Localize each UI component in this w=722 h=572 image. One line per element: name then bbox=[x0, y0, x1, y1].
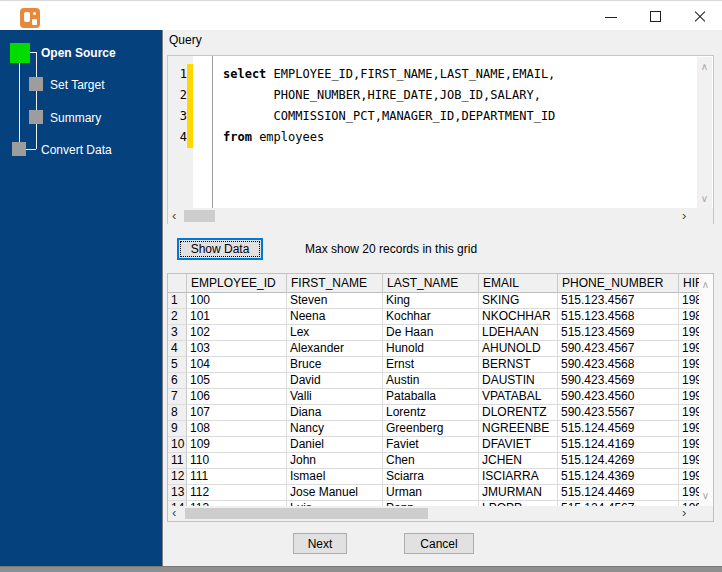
first-name-cell[interactable]: Daniel bbox=[287, 437, 383, 453]
employee-id-cell[interactable]: 106 bbox=[187, 389, 287, 405]
scroll-right-icon[interactable]: › bbox=[682, 209, 686, 223]
first-name-cell[interactable]: Nancy bbox=[287, 421, 383, 437]
editor-vertical-scrollbar[interactable]: ∧ ∨ bbox=[697, 57, 712, 208]
scroll-left-icon[interactable]: ‹ bbox=[172, 506, 176, 520]
hire-date-cell[interactable]: 1997 bbox=[679, 453, 701, 469]
phone-number-cell[interactable]: 590.423.4567 bbox=[558, 341, 679, 357]
sql-editor[interactable]: 1 2 3 4 select EMPLOYEE_ID,FIRST_NAME,LA… bbox=[167, 55, 714, 224]
employee-id-cell[interactable]: 109 bbox=[187, 437, 287, 453]
employee-id-cell[interactable]: 102 bbox=[187, 325, 287, 341]
grid-header-phone-number[interactable]: PHONE_NUMBER bbox=[558, 274, 679, 293]
hire-date-cell[interactable]: 1987 bbox=[679, 293, 701, 309]
cancel-button[interactable]: Cancel bbox=[404, 533, 474, 554]
first-name-cell[interactable]: Neena bbox=[287, 309, 383, 325]
last-name-cell[interactable]: Greenberg bbox=[383, 421, 479, 437]
last-name-cell[interactable]: Chen bbox=[383, 453, 479, 469]
email-cell[interactable]: BERNST bbox=[479, 357, 558, 373]
row-number-cell[interactable]: 7 bbox=[168, 389, 187, 405]
first-name-cell[interactable]: Bruce bbox=[287, 357, 383, 373]
email-cell[interactable]: DFAVIET bbox=[479, 437, 558, 453]
employee-id-cell[interactable]: 101 bbox=[187, 309, 287, 325]
email-cell[interactable]: JMURMAN bbox=[479, 485, 558, 501]
grid-header-rownum[interactable] bbox=[168, 274, 187, 293]
email-cell[interactable]: LDEHAAN bbox=[479, 325, 558, 341]
scroll-left-icon[interactable]: ‹ bbox=[172, 209, 176, 223]
email-cell[interactable]: ISCIARRA bbox=[479, 469, 558, 485]
first-name-cell[interactable]: Diana bbox=[287, 405, 383, 421]
next-button[interactable]: Next bbox=[293, 533, 347, 554]
sql-line[interactable]: COMMISSION_PCT,MANAGER_ID,DEPARTMENT_ID bbox=[223, 106, 555, 127]
editor-horizontal-scrollbar[interactable]: ‹ › bbox=[168, 208, 713, 224]
row-number-cell[interactable]: 5 bbox=[168, 357, 187, 373]
email-cell[interactable]: NKOCHHAR bbox=[479, 309, 558, 325]
hire-date-cell[interactable]: 1994 bbox=[679, 437, 701, 453]
sql-line[interactable]: from employees bbox=[223, 127, 324, 148]
email-cell[interactable]: NGREENBE bbox=[479, 421, 558, 437]
last-name-cell[interactable]: De Haan bbox=[383, 325, 479, 341]
phone-number-cell[interactable]: 515.123.4569 bbox=[558, 325, 679, 341]
last-name-cell[interactable]: Urman bbox=[383, 485, 479, 501]
email-cell[interactable]: DLORENTZ bbox=[479, 405, 558, 421]
phone-number-cell[interactable]: 515.124.4269 bbox=[558, 453, 679, 469]
scroll-up-icon[interactable]: ∧ bbox=[697, 61, 712, 72]
first-name-cell[interactable]: Ismael bbox=[287, 469, 383, 485]
maximize-button[interactable] bbox=[633, 1, 678, 31]
row-number-cell[interactable]: 9 bbox=[168, 421, 187, 437]
employee-id-cell[interactable]: 110 bbox=[187, 453, 287, 469]
first-name-cell[interactable]: Valli bbox=[287, 389, 383, 405]
row-number-cell[interactable]: 1 bbox=[168, 293, 187, 309]
first-name-cell[interactable]: David bbox=[287, 373, 383, 389]
grid-header-email[interactable]: EMAIL bbox=[479, 274, 558, 293]
hire-date-cell[interactable]: 1990 bbox=[679, 341, 701, 357]
email-cell[interactable]: DAUSTIN bbox=[479, 373, 558, 389]
row-number-cell[interactable]: 12 bbox=[168, 469, 187, 485]
last-name-cell[interactable]: Ernst bbox=[383, 357, 479, 373]
hire-date-cell[interactable]: 1997 bbox=[679, 373, 701, 389]
hire-date-cell[interactable]: 1993 bbox=[679, 325, 701, 341]
first-name-cell[interactable]: Jose Manuel bbox=[287, 485, 383, 501]
last-name-cell[interactable]: Kochhar bbox=[383, 309, 479, 325]
email-cell[interactable]: JCHEN bbox=[479, 453, 558, 469]
show-data-button[interactable]: Show Data bbox=[177, 238, 263, 260]
grid-header-employee-id[interactable]: EMPLOYEE_ID bbox=[187, 274, 287, 293]
last-name-cell[interactable]: Faviet bbox=[383, 437, 479, 453]
hire-date-cell[interactable]: 1998 bbox=[679, 389, 701, 405]
last-name-cell[interactable]: Sciarra bbox=[383, 469, 479, 485]
grid-vertical-scrollbar[interactable]: ∧ ∨ bbox=[699, 274, 713, 506]
employee-id-cell[interactable]: 108 bbox=[187, 421, 287, 437]
minimize-button[interactable] bbox=[588, 1, 633, 31]
scroll-right-icon[interactable]: › bbox=[682, 506, 686, 520]
grid-header-last-name[interactable]: LAST_NAME bbox=[383, 274, 479, 293]
grid-header-first-name[interactable]: FIRST_NAME bbox=[287, 274, 383, 293]
first-name-cell[interactable]: John bbox=[287, 453, 383, 469]
last-name-cell[interactable]: Lorentz bbox=[383, 405, 479, 421]
phone-number-cell[interactable]: 590.423.4568 bbox=[558, 357, 679, 373]
row-number-cell[interactable]: 2 bbox=[168, 309, 187, 325]
titlebar[interactable] bbox=[0, 0, 722, 30]
phone-number-cell[interactable]: 590.423.5567 bbox=[558, 405, 679, 421]
scroll-up-icon[interactable]: ∧ bbox=[698, 279, 713, 290]
last-name-cell[interactable]: Pataballa bbox=[383, 389, 479, 405]
employee-id-cell[interactable]: 100 bbox=[187, 293, 287, 309]
hire-date-cell[interactable]: 1989 bbox=[679, 309, 701, 325]
row-number-cell[interactable]: 10 bbox=[168, 437, 187, 453]
phone-number-cell[interactable]: 590.423.4569 bbox=[558, 373, 679, 389]
grid-hscroll-thumb[interactable] bbox=[185, 508, 428, 519]
phone-number-cell[interactable]: 515.123.4568 bbox=[558, 309, 679, 325]
employee-id-cell[interactable]: 103 bbox=[187, 341, 287, 357]
scroll-down-icon[interactable]: ∨ bbox=[697, 193, 712, 204]
phone-number-cell[interactable]: 515.124.4369 bbox=[558, 469, 679, 485]
close-button[interactable] bbox=[677, 1, 722, 31]
phone-number-cell[interactable]: 515.123.4567 bbox=[558, 293, 679, 309]
sql-line[interactable]: PHONE_NUMBER,HIRE_DATE,JOB_ID,SALARY, bbox=[223, 85, 541, 106]
row-number-cell[interactable]: 8 bbox=[168, 405, 187, 421]
row-number-cell[interactable]: 11 bbox=[168, 453, 187, 469]
grid-horizontal-scrollbar[interactable]: ‹ › bbox=[168, 506, 713, 521]
email-cell[interactable]: AHUNOLD bbox=[479, 341, 558, 357]
row-number-cell[interactable]: 6 bbox=[168, 373, 187, 389]
employee-id-cell[interactable]: 111 bbox=[187, 469, 287, 485]
row-number-cell[interactable]: 3 bbox=[168, 325, 187, 341]
scroll-down-icon[interactable]: ∨ bbox=[698, 490, 713, 501]
phone-number-cell[interactable]: 515.124.4169 bbox=[558, 437, 679, 453]
last-name-cell[interactable]: Hunold bbox=[383, 341, 479, 357]
